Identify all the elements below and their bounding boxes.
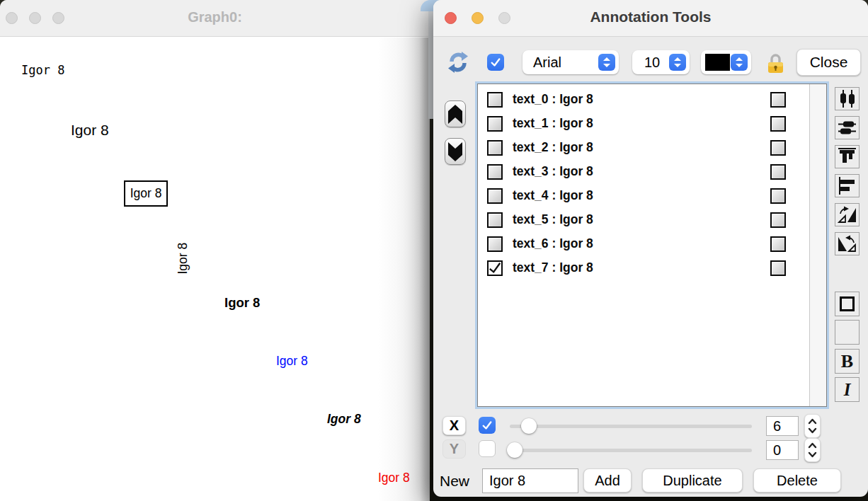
align-vertical-center-icon (835, 87, 859, 110)
lock-icon[interactable] (766, 52, 785, 74)
master-visibility-checkbox[interactable] (487, 54, 504, 71)
color-swatch (705, 54, 730, 71)
align-horizontal-center-icon (835, 116, 859, 139)
annotation-list[interactable]: text_0 : Igor 8 text_1 : Igor 8 text_2 :… (477, 84, 827, 407)
check-icon (489, 56, 502, 69)
list-item[interactable]: text_5 : Igor 8 (478, 209, 804, 233)
annotation-text-4[interactable]: Igor 8 (224, 295, 260, 311)
annotation-titlebar[interactable]: Annotation Tools (433, 0, 868, 37)
graph-window-title: Graph0: (0, 9, 430, 25)
x-offset-slider[interactable] (510, 425, 752, 428)
sync-refresh-icon[interactable] (446, 50, 470, 74)
box-off-button[interactable] (835, 320, 860, 345)
banner-arrow-down-icon (448, 142, 462, 161)
list-item[interactable]: text_7 : Igor 8 (478, 257, 804, 281)
annotation-text-2[interactable]: Igor 8 (124, 180, 168, 207)
move-down-button[interactable] (445, 138, 466, 165)
chevron-up-down-icon (598, 54, 615, 71)
graph-window: Graph0: Igor 8 Igor 8 Igor 8 Igor 8 Igor… (0, 0, 430, 501)
list-item-label: text_4 : Igor 8 (513, 188, 593, 203)
annotation-checkbox[interactable] (487, 212, 503, 228)
duplicate-button[interactable]: Duplicate (642, 468, 743, 493)
annotation-checkbox[interactable] (487, 188, 503, 204)
y-slider-thumb[interactable] (507, 442, 522, 458)
bold-button[interactable]: B (835, 349, 860, 374)
chevron-up-down-icon (731, 54, 748, 71)
desktop: Graph0: Igor 8 Igor 8 Igor 8 Igor 8 Igor… (0, 0, 868, 501)
y-axis-button[interactable]: Y (442, 439, 466, 459)
chevron-up-down-icon (669, 54, 686, 71)
new-label: New (440, 473, 469, 490)
annotation-secondary-checkbox[interactable] (770, 236, 786, 252)
move-up-button[interactable] (445, 100, 466, 127)
annotation-secondary-checkbox[interactable] (770, 140, 786, 156)
list-item[interactable]: text_4 : Igor 8 (478, 185, 804, 209)
rotate-clockwise-button[interactable] (835, 203, 860, 226)
align-vertical-center-button[interactable] (835, 87, 860, 110)
color-popup[interactable] (701, 50, 751, 74)
stepper-chevrons-icon (806, 440, 818, 460)
annotation-text-3[interactable]: Igor 8 (176, 235, 190, 275)
x-offset-stepper[interactable] (804, 414, 821, 438)
annotation-text-5[interactable]: Igor 8 (276, 354, 308, 369)
font-size-value: 10 (632, 54, 669, 71)
y-offset-checkbox[interactable] (479, 440, 496, 457)
y-offset-stepper[interactable] (804, 438, 821, 462)
x-offset-value[interactable] (766, 416, 799, 436)
x-offset-checkbox[interactable] (479, 417, 496, 434)
list-item[interactable]: text_0 : Igor 8 (478, 88, 804, 113)
annotation-text-7[interactable]: Igor 8 (378, 471, 410, 485)
x-axis-button[interactable]: X (442, 416, 466, 435)
check-icon (481, 419, 493, 432)
annotation-secondary-checkbox[interactable] (770, 212, 786, 228)
graph-canvas[interactable]: Igor 8 Igor 8 Igor 8 Igor 8 Igor 8 Igor … (0, 38, 430, 501)
font-popup-value: Arial (522, 54, 598, 71)
align-top-button[interactable] (835, 145, 860, 168)
add-button[interactable]: Add (583, 468, 632, 493)
font-popup[interactable]: Arial (522, 50, 619, 74)
annotation-text-1[interactable]: Igor 8 (71, 122, 109, 139)
annotation-checkbox[interactable] (487, 260, 503, 276)
list-item-label: text_2 : Igor 8 (513, 140, 593, 155)
annotation-secondary-checkbox[interactable] (770, 260, 786, 276)
x-slider-thumb[interactable] (521, 418, 537, 434)
delete-button[interactable]: Delete (753, 468, 841, 493)
align-left-button[interactable] (835, 174, 860, 197)
check-icon (489, 262, 501, 275)
list-item[interactable]: text_6 : Igor 8 (478, 233, 804, 257)
y-offset-value[interactable] (766, 440, 799, 460)
annotation-secondary-checkbox[interactable] (770, 116, 786, 132)
align-horizontal-center-button[interactable] (835, 116, 860, 139)
rotate-counterclockwise-button[interactable] (835, 232, 860, 255)
box-on-button[interactable] (835, 292, 860, 316)
list-item-label: text_7 : Igor 8 (513, 260, 593, 275)
list-scrollbar[interactable] (809, 84, 826, 406)
annotation-secondary-checkbox[interactable] (770, 164, 786, 180)
annotation-checkbox[interactable] (487, 92, 503, 108)
annotation-checkbox[interactable] (487, 140, 503, 156)
annotation-checkbox[interactable] (487, 164, 503, 180)
graph-titlebar[interactable]: Graph0: (0, 0, 430, 37)
close-button[interactable]: Close (796, 49, 861, 76)
y-offset-slider[interactable] (510, 449, 752, 452)
annotation-secondary-checkbox[interactable] (770, 92, 786, 108)
annotation-tools-window: Annotation Tools Arial 10 (433, 0, 868, 497)
window-gap (428, 0, 433, 119)
annotation-checkbox[interactable] (487, 116, 503, 132)
annotation-text-6[interactable]: Igor 8 (327, 412, 361, 427)
annotation-text-0[interactable]: Igor 8 (21, 63, 64, 77)
annotation-window-title: Annotation Tools (433, 8, 868, 25)
italic-button[interactable]: I (835, 377, 860, 402)
bold-glyph: B (841, 352, 853, 371)
font-size-popup[interactable]: 10 (632, 50, 690, 74)
list-item-label: text_0 : Igor 8 (513, 92, 593, 107)
list-item[interactable]: text_3 : Igor 8 (478, 161, 804, 185)
new-annotation-input[interactable] (482, 468, 578, 493)
rotate-counterclockwise-icon (835, 232, 859, 255)
annotation-secondary-checkbox[interactable] (770, 188, 786, 204)
list-item[interactable]: text_1 : Igor 8 (478, 113, 804, 137)
box-frame-icon (840, 296, 855, 311)
list-item[interactable]: text_2 : Igor 8 (478, 137, 804, 161)
annotation-checkbox[interactable] (487, 236, 503, 252)
italic-glyph: I (844, 381, 851, 398)
